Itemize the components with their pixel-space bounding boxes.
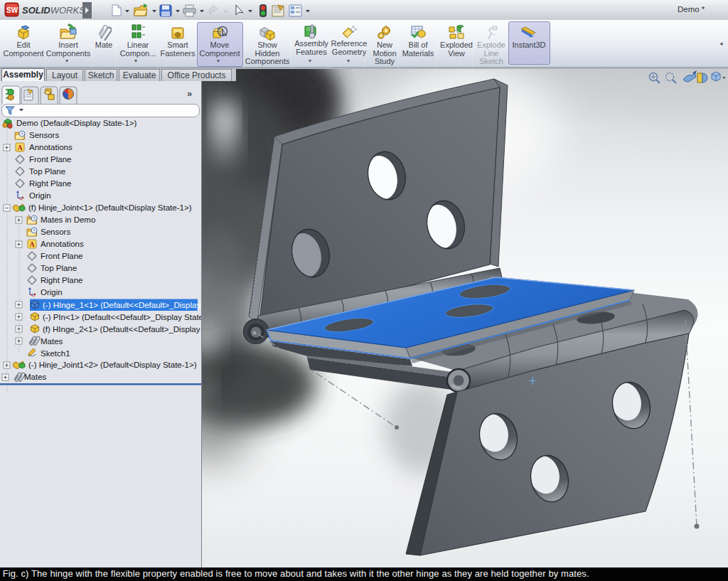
svg-text:Right Plane: Right Plane [41, 276, 82, 284]
svg-text:(f) HInge_2<1> (Default<<Defau: (f) HInge_2<1> (Default<<Default>_Displa… [43, 325, 201, 334]
svg-text:Mates in Demo: Mates in Demo [41, 215, 95, 224]
svg-text:Annotations: Annotations [41, 240, 84, 248]
svg-text:SOLIDWORKS: SOLIDWORKS [22, 5, 85, 16]
svg-text:(f) Hinje_Joint<1> (Default<D: (f) Hinje_Joint<1> (Default<Display Stat… [28, 203, 192, 212]
svg-text:Front Plane: Front Plane [41, 252, 82, 260]
svg-text:Annotations: Annotations [29, 143, 73, 151]
svg-text:Top Plane: Top Plane [29, 167, 65, 176]
svg-text:Demo (Default<Display State-1: Demo (Default<Display State-1>) [16, 119, 137, 127]
svg-text:(-) PIn<1> (Default<<Default>_: (-) PIn<1> (Default<<Default>_Display St… [43, 313, 201, 321]
svg-text:(-) HInge_1<1> (Default<<Defau: (-) HInge_1<1> (Default<<Default>_Displa… [43, 301, 200, 309]
svg-text:Right Plane: Right Plane [29, 179, 71, 188]
svg-text:SW: SW [6, 6, 18, 14]
svg-text:Mates: Mates [41, 337, 63, 346]
svg-text:Sensors: Sensors [29, 131, 59, 139]
svg-text:Origin: Origin [41, 288, 63, 297]
svg-text:Mates: Mates [24, 373, 47, 381]
svg-text:Origin: Origin [29, 191, 51, 200]
svg-text:Sketch1: Sketch1 [41, 349, 70, 358]
svg-text:Sensors: Sensors [41, 228, 70, 236]
svg-text:(-) Hinje_Joint1<2> (Default<: (-) Hinje_Joint1<2> (Default<Display Sta… [28, 361, 197, 369]
svg-text:Front Plane: Front Plane [29, 155, 71, 164]
svg-text:Top Plane: Top Plane [41, 264, 77, 272]
